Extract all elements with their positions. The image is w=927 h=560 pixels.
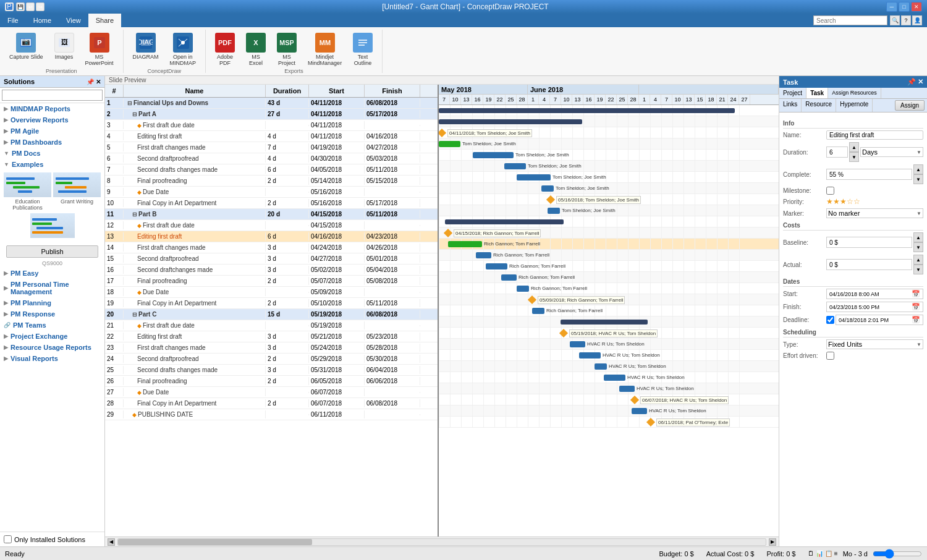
task-name[interactable]: Final Copy in Art Department [124, 399, 266, 407]
ms-excel-button[interactable]: X MSExcel [242, 31, 270, 68]
example-thumb-grant[interactable]: Grant Writing [53, 172, 101, 211]
solutions-item-visual-reports[interactable]: ▶ Visual Reports [0, 353, 104, 364]
task-row[interactable]: 9 ◆ Due Date 05/16/2018 [105, 187, 438, 198]
task-name[interactable]: ◆ Due Date [124, 188, 266, 196]
field-priority-stars[interactable]: ★★★☆☆ [826, 197, 860, 206]
duration-up-btn[interactable]: ▲ [849, 142, 859, 152]
task-row[interactable]: 23 First draft changes made 3 d 05/24/20… [105, 342, 438, 354]
gantt-bar[interactable] [604, 375, 625, 381]
solutions-item-pm-easy[interactable]: ▶ PM Easy [0, 268, 104, 279]
minimize-button[interactable]: ─ [886, 2, 897, 12]
tab-resource[interactable]: Resource [802, 99, 836, 112]
task-name[interactable]: ⊟ Part B [124, 210, 266, 218]
actual-up-btn[interactable]: ▲ [913, 255, 923, 265]
complete-down-btn[interactable]: ▼ [913, 174, 923, 184]
task-row[interactable]: 20 ⊟ Part C 15 d 05/19/2018 06/08/2018 [105, 309, 438, 320]
gantt-bar[interactable] [619, 386, 635, 392]
field-name-input[interactable] [826, 130, 923, 140]
gantt-bar[interactable] [541, 185, 554, 192]
task-name[interactable]: Final Copy in Art Department [124, 299, 266, 307]
tab-file[interactable]: File [0, 14, 26, 27]
scroll-track[interactable] [117, 538, 766, 546]
tab-hypernote[interactable]: Hypernote [836, 99, 873, 112]
task-row[interactable]: 6 Second draftproofread 4 d 04/30/2018 0… [105, 153, 438, 164]
scroll-thumb[interactable] [118, 539, 312, 545]
task-panel-close-icon[interactable]: ✕ [918, 78, 923, 86]
task-panel-pin-icon[interactable]: 📌 [907, 78, 916, 86]
gantt-bar[interactable] [561, 320, 648, 325]
task-row[interactable]: 24 Second draftproofread 2 d 05/29/2018 … [105, 354, 438, 365]
task-name[interactable]: Final proofreading [124, 377, 266, 385]
task-name[interactable]: ◆ PUBLISHING DATE [124, 410, 266, 418]
tab-links[interactable]: Links [779, 99, 802, 112]
tab-project[interactable]: Project [779, 88, 806, 98]
task-name[interactable]: Second drafts changes made [124, 166, 266, 174]
task-row[interactable]: 19 Final Copy in Art Department 2 d 05/1… [105, 298, 438, 309]
task-name[interactable]: Second draftchanges made [124, 266, 266, 274]
solutions-search-input[interactable] [2, 90, 103, 101]
task-row[interactable]: 28 Final Copy in Art Department 2 d 06/0… [105, 398, 438, 409]
task-name[interactable]: First draft changes made [124, 344, 266, 352]
task-name[interactable]: Second drafts changes made [124, 366, 266, 374]
gantt-bar[interactable] [504, 163, 526, 169]
user-icon[interactable]: 👤 [912, 15, 922, 25]
task-name[interactable]: First draft changes made [124, 244, 266, 252]
scroll-right-btn[interactable]: ▶ [769, 538, 776, 546]
task-row[interactable]: 22 Editing first draft 3 d 05/21/2018 05… [105, 331, 438, 342]
solutions-item-examples[interactable]: ▼ Examples [0, 159, 104, 170]
solutions-item-pm-agile[interactable]: ▶ PM Agile [0, 125, 104, 137]
task-row[interactable]: 10 Final Copy in Art Department 2 d 05/1… [105, 198, 438, 209]
task-name[interactable]: ◆ Due Date [124, 288, 266, 296]
task-row[interactable]: 18 ◆ Due Date 05/09/2018 [105, 287, 438, 298]
tab-task[interactable]: Task [806, 88, 828, 98]
gantt-bar[interactable] [439, 141, 460, 147]
maximize-button[interactable]: □ [899, 2, 910, 12]
task-row[interactable]: 21 ◆ First draft due date 05/19/2018 [105, 320, 438, 331]
task-name[interactable]: Final Copy in Art Department [124, 199, 266, 207]
publish-button[interactable]: Publish [6, 245, 98, 258]
field-effort-driven-checkbox[interactable] [826, 352, 834, 360]
gantt-bar[interactable] [445, 219, 564, 224]
gantt-bar[interactable] [439, 108, 735, 113]
actual-down-btn[interactable]: ▼ [913, 265, 923, 274]
field-marker-dropdown[interactable]: No marker ▼ [826, 208, 923, 218]
task-name[interactable]: Final proofreading [124, 277, 266, 285]
task-name[interactable]: Editing first draft [124, 232, 266, 240]
task-name[interactable]: ◆ Due Date [124, 388, 266, 396]
powerpoint-button[interactable]: P MSPowerPoint [81, 31, 118, 68]
example-thumb-education[interactable]: Education Publications [4, 172, 51, 211]
gantt-bar[interactable] [579, 352, 601, 358]
baseline-up-btn[interactable]: ▲ [913, 232, 923, 242]
gantt-bar[interactable] [501, 274, 517, 281]
assign-button[interactable]: Assign [895, 100, 925, 111]
only-installed-checkbox[interactable] [4, 535, 12, 543]
gantt-bar[interactable] [439, 119, 582, 124]
ms-project-button[interactable]: MSP MSProject [273, 31, 301, 68]
adobe-pdf-button[interactable]: PDF AdobePDF [211, 31, 239, 68]
field-type-dropdown[interactable]: Fixed Units ▼ [826, 339, 923, 349]
task-row[interactable]: 2 ⊟ Part A 27 d 04/11/2018 05/17/2018 [105, 109, 438, 120]
zoom-slider[interactable] [873, 550, 922, 558]
capture-slide-button[interactable]: 📷 Capture Slide [5, 31, 48, 62]
gantt-hscroll[interactable]: ◀ ▶ [105, 537, 779, 546]
field-deadline-checkbox[interactable] [826, 316, 834, 324]
task-name[interactable]: Second draftproofread [124, 355, 266, 363]
task-row[interactable]: 7 Second drafts changes made 6 d 04/05/2… [105, 164, 438, 176]
close-button[interactable]: ✕ [911, 2, 922, 12]
complete-up-btn[interactable]: ▲ [913, 164, 923, 174]
tab-share[interactable]: Share [88, 14, 121, 27]
baseline-down-btn[interactable]: ▼ [913, 242, 923, 252]
solutions-item-overview-reports[interactable]: ▶ Overview Reports [0, 114, 104, 125]
solutions-item-pm-response[interactable]: ▶ PM Response [0, 308, 104, 320]
scroll-left-btn[interactable]: ◀ [108, 538, 115, 546]
task-row[interactable]: 13 Editing first draft 6 d 04/16/2018 04… [105, 231, 438, 242]
field-finish-date[interactable]: 04/23/2018 5:00 PM 📅 [826, 302, 923, 312]
task-name[interactable]: ◆ First draft due date [124, 121, 266, 129]
solutions-item-resource-usage-reports[interactable]: ▶ Resource Usage Reports [0, 342, 104, 353]
task-name[interactable]: ⊟ Part C [124, 310, 266, 318]
field-actual-input[interactable] [826, 259, 912, 270]
duration-down-btn[interactable]: ▼ [849, 152, 859, 162]
task-row[interactable]: 15 Second draftproofread 3 d 04/27/2018 … [105, 253, 438, 265]
calendar-icon[interactable]: 📅 [912, 303, 920, 311]
gantt-bar[interactable] [476, 252, 491, 258]
